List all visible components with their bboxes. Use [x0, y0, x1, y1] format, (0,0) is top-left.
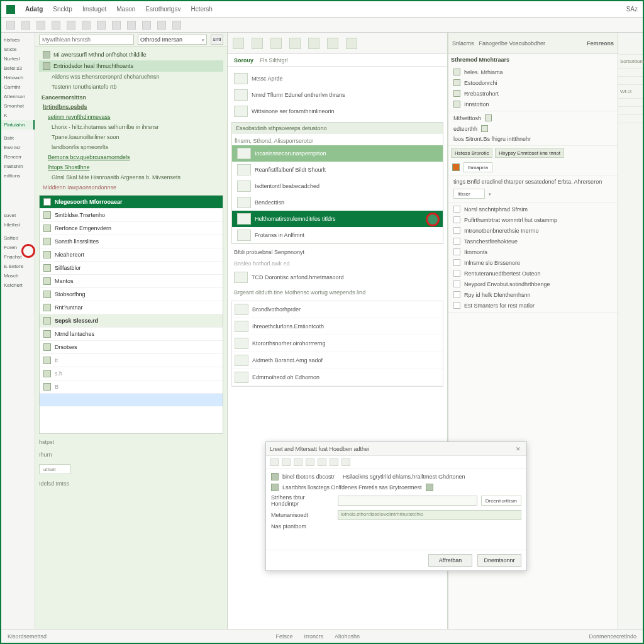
list-item[interactable]: Sintbldse.Tnsrtenho: [40, 209, 223, 222]
rp-chip[interactable]: Hstess Brorotic: [451, 148, 492, 158]
tb-icon[interactable]: [82, 21, 91, 30]
nav-row-warn[interactable]: Mlddienn Iawpaonsondonnse: [39, 182, 223, 192]
ribbon-icon[interactable]: [346, 38, 357, 49]
ribbon-icon[interactable]: [289, 38, 301, 49]
list-item[interactable]: Ntrnd lantaches: [40, 328, 223, 341]
nav-search-input[interactable]: [39, 35, 134, 45]
strip-item[interactable]: [618, 98, 643, 106]
dlg-field-2[interactable]: lotnols.sthordissdlovclintrhrbudetdhio: [338, 510, 521, 520]
strip-item[interactable]: [618, 114, 643, 123]
tb-icon[interactable]: [21, 21, 30, 30]
section-head[interactable]: Essobstdinh sthpsoiereps detustono: [232, 123, 443, 134]
label-item[interactable]: sovet: [1, 211, 35, 220]
label-item[interactable]: hisfoes: [1, 35, 35, 45]
label-item[interactable]: Inattshth: [1, 162, 35, 171]
property-check-row[interactable]: Est Smanters for rest matlor: [451, 300, 615, 311]
label-item[interactable]: Carhtht: [1, 82, 35, 92]
label-item[interactable]: Ketchert: [1, 280, 35, 290]
tb-icon[interactable]: [67, 21, 75, 30]
dlg-extra-button[interactable]: Drcenhorthsm: [481, 496, 521, 506]
rp-header-2[interactable]: Fanogerlbe Voscubobdher: [479, 40, 546, 47]
list-item[interactable]: Nieahereort: [40, 248, 223, 262]
ribbon-icon[interactable]: [327, 38, 338, 49]
label-item[interactable]: Nurtesl: [1, 54, 35, 64]
label-item[interactable]: Attenrson: [1, 92, 35, 101]
status-mid-2[interactable]: Irroncrs: [304, 633, 323, 640]
dialog-cancel-button[interactable]: Dnemtsonnr: [477, 554, 521, 567]
checkbox-icon[interactable]: [453, 291, 460, 298]
checkbox-icon[interactable]: [453, 270, 460, 277]
list-item[interactable]: Rnt?untnar: [40, 301, 223, 314]
strip-item[interactable]: [618, 123, 643, 131]
tb-icon[interactable]: [157, 21, 166, 30]
checkbox-icon[interactable]: [453, 238, 460, 245]
strip-item[interactable]: Scrtsnttom: [618, 54, 643, 68]
rp-header-1[interactable]: Snlacms: [452, 40, 474, 47]
list-item[interactable]: Mantos: [40, 275, 223, 288]
nav-row-link[interactable]: lhtops Shostlhne: [39, 162, 223, 172]
menu-right[interactable]: SAz: [626, 6, 638, 13]
list-item[interactable]: B: [40, 380, 223, 394]
ribbon-icon[interactable]: [233, 38, 244, 49]
section-item[interactable]: Isdtentontl beabecadched: [232, 178, 443, 194]
center-tab-2[interactable]: Fls Silthtgrl: [260, 57, 288, 64]
list2-item[interactable]: Ktororthsnorher.oirohorrrerng: [232, 335, 443, 352]
list-item[interactable]: Drsotses: [40, 341, 223, 354]
dlg-tool-icon[interactable]: [270, 458, 279, 466]
label-item[interactable]: hitethst: [1, 220, 35, 230]
checkbox-icon[interactable]: [453, 216, 460, 223]
checkbox-icon[interactable]: [453, 259, 460, 266]
list2-item[interactable]: Edmrnoihecd oh Edhornon: [232, 369, 443, 386]
list-item[interactable]: s.h: [40, 367, 223, 380]
label-item[interactable]: Bsbt: [1, 133, 35, 143]
content-row[interactable]: Mtssc Aprde: [231, 70, 443, 87]
dlg-tool-icon[interactable]: [330, 458, 338, 466]
menu-item-5[interactable]: Hctersh: [191, 6, 212, 13]
ribbon-icon[interactable]: [252, 38, 263, 49]
property-check-row[interactable]: Rentuteranuedtbertest Outeon: [451, 268, 615, 279]
list-item[interactable]: Sillfastblor: [40, 262, 223, 275]
dlg-tool-icon[interactable]: [282, 458, 291, 466]
checkbox-icon[interactable]: [453, 227, 460, 234]
section-item[interactable]: Bendecttisn: [232, 194, 443, 211]
section-item[interactable]: Reanfistlfalbenf Bildt Shourlt: [232, 162, 443, 178]
nav-row[interactable]: landbonrlis spmeonrlts: [39, 142, 223, 152]
tb-icon[interactable]: [127, 21, 136, 30]
dlg-tool-icon[interactable]: [318, 458, 326, 466]
status-mid-1[interactable]: Fetsce: [275, 633, 292, 640]
content-row[interactable]: TCD Dorontisc anfond.hmetmasoord: [231, 269, 443, 286]
label-item[interactable]: Befel:s3: [1, 64, 35, 73]
tb-icon[interactable]: [36, 21, 45, 30]
status-mid-3[interactable]: Altohoshn: [335, 633, 360, 640]
label-item[interactable]: Sbcte: [1, 45, 35, 54]
tb-icon[interactable]: [112, 21, 121, 30]
label-item[interactable]: Hatowch: [1, 73, 35, 82]
center-tab-1[interactable]: Sorouy: [234, 57, 253, 64]
property-check-row[interactable]: Intronotbenbnerethsie Inerrno: [451, 225, 615, 236]
label-item[interactable]: Mosch: [1, 271, 35, 280]
nav-row-header[interactable]: ltrtindbns.psbds: [39, 102, 223, 112]
menu-item-3[interactable]: Mason: [116, 6, 135, 13]
label-item[interactable]: Ewonsr: [1, 143, 35, 152]
section-item[interactable]: Frotanss in Anlfimnt: [232, 227, 443, 243]
dlg-tool-icon[interactable]: [294, 458, 303, 466]
content-row[interactable]: Wittsinone ser forarnthninlineorin: [231, 103, 443, 119]
nav-row[interactable]: Entriodsdor heal Ihmuchthoants: [39, 60, 223, 72]
list-item[interactable]: Stobsorfhng: [40, 288, 223, 301]
help-icon[interactable]: [426, 484, 433, 491]
nav-row[interactable]: Tpane.loaunoilteiliner soon: [39, 132, 223, 142]
nav-row-link[interactable]: setinm revnfthdinmevass: [39, 112, 223, 122]
label-item[interactable]: Satted: [1, 233, 35, 243]
list-item[interactable]: Sonsth llnsrslittes: [40, 235, 223, 248]
list2-item[interactable]: Aidmeth Boranct.Amg sadof: [232, 352, 443, 369]
content-row[interactable]: Nmrd Tflurnr Edunef ontherlvn thrans: [231, 87, 443, 103]
property-check-row[interactable]: Neypord Envobut.sotindhrthbenge: [451, 279, 615, 289]
rp-row[interactable]: Rrebastrohort: [451, 88, 615, 99]
dlg-tool-icon[interactable]: [341, 458, 350, 466]
rp-action-button[interactable]: Ihmaprra: [464, 162, 492, 172]
property-check-row[interactable]: Inlnsme slo Brssenore: [451, 257, 615, 268]
ribbon-icon[interactable]: [308, 38, 319, 49]
rp-row[interactable]: Innstotton: [451, 99, 615, 109]
label-item[interactable]: Pintuiahn: [1, 120, 35, 130]
content-row[interactable]: Bftili protuebnsl Senpnnonyt: [231, 247, 443, 258]
